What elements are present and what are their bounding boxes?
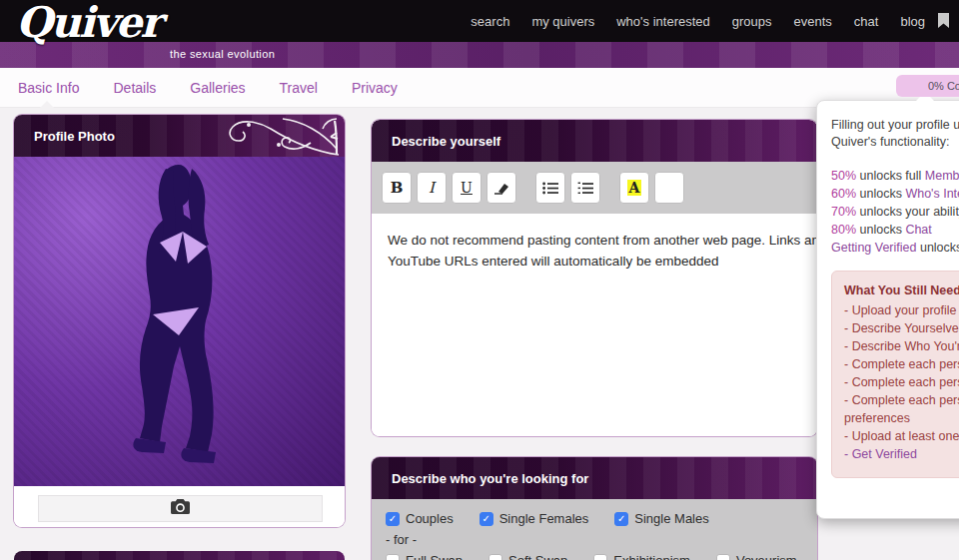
describe-yourself-panel: Describe yourself BIUA We do not recomme… (372, 120, 817, 436)
todo-item-4: - Complete each person's (844, 355, 959, 373)
checkbox-box-couples: ✓ (386, 512, 400, 526)
brand-logo[interactable]: Quiver (16, 2, 160, 44)
tab-details[interactable]: Details (113, 80, 156, 96)
ordered-list-button[interactable] (570, 172, 600, 204)
checkbox-single-males[interactable]: ✓Single Males (614, 511, 708, 526)
unlock-line-2: 60% unlocks Who's Interested (831, 185, 959, 203)
checkbox-voyeurism[interactable]: Voyeurism (716, 553, 797, 560)
underline-button[interactable]: U (452, 172, 481, 204)
completion-badge[interactable]: 0% Complete (896, 75, 959, 97)
checkbox-box-single-females: ✓ (480, 512, 493, 526)
nav-events[interactable]: events (794, 14, 832, 29)
todo-item-7: preferences (844, 409, 959, 427)
editor-line-1: We do not recommend pasting content from… (388, 230, 801, 251)
unlock-text: unlocks (856, 187, 905, 201)
looking-for-header: Describe who you're looking for (372, 457, 817, 499)
bold-icon: B (391, 179, 404, 197)
todo-item-6: - Complete each person's (844, 391, 959, 409)
profile-photo-footer (14, 486, 345, 527)
underline-icon: U (461, 180, 473, 196)
nav-search[interactable]: search (471, 14, 509, 29)
unlock-line-3: 70% unlocks your ability to (831, 203, 959, 221)
checkbox-box-voyeurism (716, 554, 730, 560)
unlock-link-getting-verified[interactable]: Getting Verified (831, 241, 916, 255)
describe-yourself-title: Describe yourself (392, 134, 500, 149)
unlock-text: unlocks your ability to (856, 205, 959, 219)
bold-button[interactable]: B (382, 172, 412, 204)
checkbox-box-soft-swap (488, 554, 502, 560)
unordered-list-button[interactable] (535, 172, 565, 204)
profile-photo-title: Profile Photo (34, 129, 115, 144)
unlock-line-4: 80% unlocks Chat (831, 221, 959, 239)
checkbox-soft-swap[interactable]: Soft Swap (488, 553, 567, 560)
unlock-link-who-s-interested[interactable]: Who's Interested (905, 187, 959, 201)
top-nav: searchmy quiverswho's interestedgroupsev… (471, 0, 925, 42)
checkbox-full-swap[interactable]: Full Swap (386, 553, 463, 560)
unlock-line-1: 50% unlocks full Membership (831, 167, 959, 185)
for-separator: - for - (386, 532, 817, 547)
italic-icon: I (429, 179, 435, 197)
popover-intro-line2: Quiver's functionality: (831, 134, 959, 151)
brand-tagline: the sexual evolution (170, 48, 275, 60)
checkbox-exhibitionism[interactable]: Exhibitionism (593, 553, 690, 560)
nav-groups[interactable]: groups (732, 14, 772, 29)
next-panel-header (14, 551, 345, 560)
todo-box: What You Still Need To Do - Upload your … (831, 271, 959, 478)
unlock-text: 80% (831, 223, 856, 237)
unlock-text: 50% (831, 169, 856, 183)
editor-toolbar: BIUA (372, 162, 817, 214)
completion-popover: Filling out your profile unlocks Quiver'… (816, 100, 959, 519)
profile-photo-placeholder-image[interactable] (14, 157, 345, 486)
upload-photo-button[interactable] (38, 495, 323, 522)
tab-basic-info[interactable]: Basic Info (18, 80, 79, 96)
checkbox-label-single-females: Single Females (499, 511, 589, 526)
unlock-line-5: Getting Verified unlocks (831, 239, 959, 257)
unordered-list-icon (542, 182, 558, 195)
camera-icon (171, 499, 190, 518)
nav-blog[interactable]: blog (900, 14, 925, 29)
todo-item-8: - Upload at least one photo (844, 427, 959, 445)
checkbox-box-exhibitionism (593, 554, 607, 560)
todo-link-get-verified[interactable]: - Get Verified (844, 445, 959, 463)
tab-privacy[interactable]: Privacy (352, 80, 398, 96)
profile-tabbar: Basic InfoDetailsGalleriesTravelPrivacy (0, 68, 959, 108)
describe-yourself-editor[interactable]: We do not recommend pasting content from… (372, 214, 817, 436)
profile-tabs: Basic InfoDetailsGalleriesTravelPrivacy (0, 68, 959, 107)
checkbox-couples[interactable]: ✓Couples (386, 511, 454, 526)
looking-for-row2: Full SwapSoft SwapExhibitionismVoyeurism (386, 553, 817, 560)
nav-chat[interactable]: chat (854, 14, 879, 29)
looking-for-body: ✓Couples✓Single Females✓Single Males - f… (372, 499, 817, 560)
todo-item-2: - Describe Yourselves (844, 319, 959, 337)
unlock-text: unlocks full (856, 169, 925, 183)
text-color-button[interactable]: A (619, 172, 649, 204)
looking-for-row1: ✓Couples✓Single Females✓Single Males (386, 511, 817, 526)
nav-my-quivers[interactable]: my quivers (531, 14, 594, 29)
checkbox-box-full-swap (386, 554, 400, 560)
unlock-list: 50% unlocks full Membership60% unlocks W… (831, 167, 959, 257)
tab-travel[interactable]: Travel (280, 80, 318, 96)
editor-line-2: YouTube URLs entered will automatically … (388, 251, 801, 272)
popover-intro-line1: Filling out your profile unlocks (831, 117, 959, 134)
ordered-list-icon (577, 182, 593, 195)
floral-swirl-decoration-icon (191, 115, 341, 157)
blank-button[interactable] (654, 172, 684, 204)
checkbox-label-full-swap: Full Swap (406, 553, 463, 560)
checkbox-label-couples: Couples (406, 511, 454, 526)
unlock-text: unlocks (856, 223, 905, 237)
checkbox-label-exhibitionism: Exhibitionism (613, 553, 690, 560)
looking-for-title: Describe who you're looking for (392, 471, 588, 486)
italic-button[interactable]: I (417, 172, 447, 204)
tab-galleries[interactable]: Galleries (190, 80, 245, 96)
checkbox-label-single-males: Single Males (634, 511, 708, 526)
describe-yourself-header: Describe yourself (372, 120, 817, 162)
bookmark-icon[interactable] (938, 13, 949, 32)
unlock-link-membership[interactable]: Membership (925, 169, 959, 183)
remove-format-button[interactable] (486, 172, 516, 204)
todo-list: - Upload your profile photo- Describe Yo… (844, 301, 959, 463)
profile-photo-header: Profile Photo (14, 115, 345, 157)
checkbox-single-females[interactable]: ✓Single Females (480, 511, 589, 526)
unlock-text: unlocks (916, 241, 959, 255)
nav-who-s-interested[interactable]: who's interested (616, 14, 710, 29)
unlock-link-chat[interactable]: Chat (905, 223, 931, 237)
unlock-text: 60% (831, 187, 856, 201)
